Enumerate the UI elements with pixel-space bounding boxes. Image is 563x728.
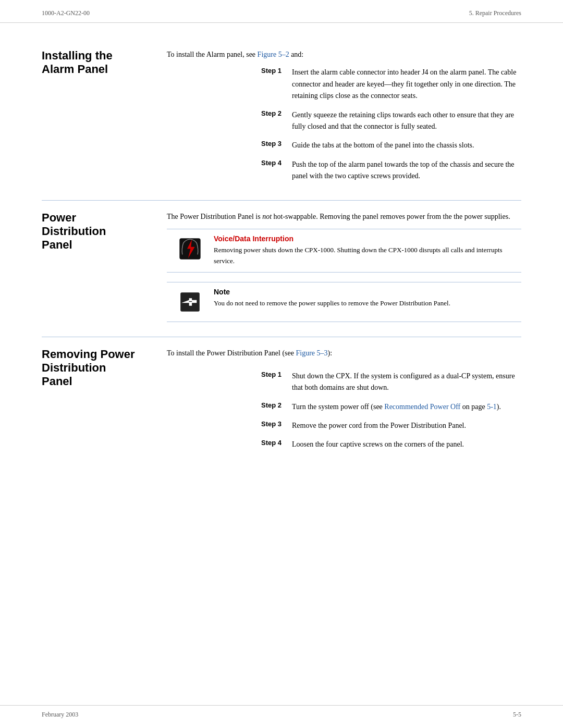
removing-pdp-section: Removing Power Distribution Panel To ins… — [42, 337, 521, 458]
installing-alarm-intro: To install the Alarm panel, see Figure 5… — [167, 49, 521, 60]
removing-step-3-text: Remove the power cord from the Power Dis… — [292, 420, 521, 431]
section-left-title: Installing the Alarm Panel — [42, 49, 167, 190]
step-1-text: Insert the alarm cable connector into he… — [292, 67, 521, 102]
note-box: Note You do not need to remove the power… — [167, 282, 521, 322]
removing-step-row-1: Step 1 Shut down the CPX. If the system … — [167, 371, 521, 394]
step-row-4: Step 4 Push the top of the alarm panel t… — [167, 159, 521, 182]
note-text: You do not need to remove the power supp… — [214, 298, 514, 309]
header-right: 5. Repair Procedures — [469, 9, 521, 17]
footer-right: 5-5 — [513, 711, 521, 719]
pdp-title: Power Distribution Panel — [42, 211, 156, 252]
figure-5-3-link[interactable]: Figure 5–3 — [296, 349, 327, 357]
caution-text: Removing power shuts down the CPX-1000. … — [214, 245, 514, 267]
removing-pdp-title: Removing Power Distribution Panel — [42, 348, 156, 389]
removing-step-1-label: Step 1 — [167, 371, 292, 394]
note-icon — [174, 288, 205, 316]
removing-step-row-2: Step 2 Turn the system power off (see Re… — [167, 401, 521, 413]
removing-step-row-4: Step 4 Loosen the four captive screws on… — [167, 439, 521, 450]
step-3-text: Guide the tabs at the bottom of the pane… — [292, 140, 521, 151]
caution-box: Voice/Data Interruption Removing power s… — [167, 229, 521, 273]
recommended-power-off-link[interactable]: Recommended Power Off — [384, 403, 460, 411]
step-row-3: Step 3 Guide the tabs at the bottom of t… — [167, 140, 521, 151]
page-5-1-link[interactable]: 5-1 — [487, 403, 497, 411]
installing-alarm-panel-title: Installing the Alarm Panel — [42, 49, 156, 77]
warning-icon — [174, 235, 205, 263]
page: 1000-A2-GN22-00 5. Repair Procedures Ins… — [0, 0, 563, 728]
power-distribution-section: Power Distribution Panel The Power Distr… — [42, 200, 521, 331]
note-content: Note You do not need to remove the power… — [214, 288, 514, 309]
pdp-content: The Power Distribution Panel is not hot-… — [167, 211, 521, 331]
step-2-label: Step 2 — [167, 109, 292, 133]
page-content: Installing the Alarm Panel To install th… — [0, 23, 563, 495]
header-left: 1000-A2-GN22-00 — [42, 9, 90, 17]
step-2-text: Gently squeeze the retaining clips towar… — [292, 109, 521, 133]
page-header: 1000-A2-GN22-00 5. Repair Procedures — [0, 0, 563, 23]
removing-step-3-label: Step 3 — [167, 420, 292, 431]
step-3-label: Step 3 — [167, 140, 292, 151]
removing-steps-area: Step 1 Shut down the CPX. If the system … — [167, 365, 521, 451]
caution-title: Voice/Data Interruption — [214, 235, 514, 243]
step-4-label: Step 4 — [167, 159, 292, 182]
removing-pdp-left: Removing Power Distribution Panel — [42, 348, 167, 458]
pdp-intro: The Power Distribution Panel is not hot-… — [167, 211, 521, 223]
footer-left: February 2003 — [42, 711, 78, 719]
removing-step-1-text: Shut down the CPX. If the system is conf… — [292, 371, 521, 394]
removing-step-2-label: Step 2 — [167, 401, 292, 413]
removing-pdp-intro: To install the Power Distribution Panel … — [167, 348, 521, 359]
removing-pdp-content: To install the Power Distribution Panel … — [167, 348, 521, 458]
page-footer: February 2003 5-5 — [0, 705, 563, 728]
installing-alarm-panel-section: Installing the Alarm Panel To install th… — [42, 39, 521, 190]
figure-5-2-link[interactable]: Figure 5–2 — [258, 51, 289, 58]
step-row-1: Step 1 Insert the alarm cable connector … — [167, 67, 521, 102]
removing-step-4-label: Step 4 — [167, 439, 292, 450]
pdp-section-left: Power Distribution Panel — [42, 211, 167, 331]
removing-step-4-text: Loosen the four captive screws on the co… — [292, 439, 521, 450]
caution-content: Voice/Data Interruption Removing power s… — [214, 235, 514, 267]
note-title: Note — [214, 288, 514, 296]
removing-step-2-text: Turn the system power off (see Recommend… — [292, 401, 521, 413]
step-1-label: Step 1 — [167, 67, 292, 102]
removing-step-row-3: Step 3 Remove the power cord from the Po… — [167, 420, 521, 431]
step-4-text: Push the top of the alarm panel towards … — [292, 159, 521, 182]
installing-alarm-panel-content: To install the Alarm panel, see Figure 5… — [167, 49, 521, 190]
installing-alarm-steps: Step 1 Insert the alarm cable connector … — [167, 67, 521, 182]
step-row-2: Step 2 Gently squeeze the retaining clip… — [167, 109, 521, 133]
